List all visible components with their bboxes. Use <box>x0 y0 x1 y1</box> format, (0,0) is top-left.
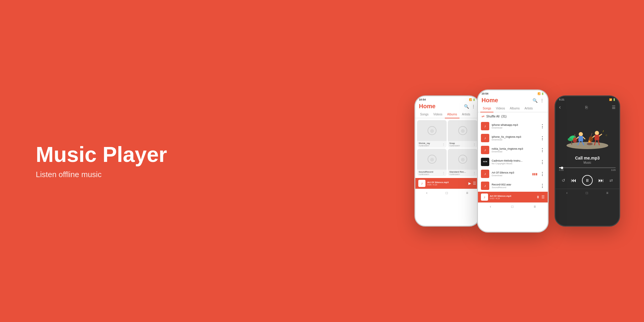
album-info-2: Snap <unknown> ⋮ <box>448 141 477 148</box>
album-thumb-icon-1: ◎ <box>428 126 436 135</box>
song-more-3[interactable]: ⋮ <box>540 147 545 153</box>
playlist-btn-2[interactable]: ☰ <box>541 195 545 199</box>
song-more-6[interactable]: ⋮ <box>540 183 545 189</box>
playlist-btn-1[interactable]: ☰ <box>473 181 476 185</box>
song-more-5[interactable]: ⋮ <box>540 171 545 177</box>
album-thumb-1: ◎ <box>417 120 447 141</box>
more-icon-1[interactable]: ⋮ <box>471 104 476 109</box>
song-more-1[interactable]: ⋮ <box>540 123 545 129</box>
svg-point-0 <box>566 142 608 149</box>
tab-songs-1[interactable]: Songs <box>418 111 431 118</box>
menu-btn-1[interactable]: ≡ <box>466 191 468 195</box>
song-more-2[interactable]: ⋮ <box>540 135 545 141</box>
album-more-3[interactable]: ⋮ <box>442 171 445 175</box>
status-icons-2: 📶 🔋 <box>538 92 544 95</box>
album-more-2[interactable]: ⋮ <box>473 143 476 146</box>
song-more-4[interactable]: ⋮ <box>540 159 545 165</box>
mini-player-controls-1: ▶ ☰ <box>468 181 476 185</box>
album-grid: ◎ Shrink_ray <unknown> ⋮ ◎ Snap <box>415 118 479 178</box>
song-item-4[interactable]: NCM Cadmium-Melody-Instru... No Copyrigh… <box>478 156 548 168</box>
song-title-4: Cadmium-Melody-Instru... <box>492 159 538 162</box>
song-info-3: nokia_lumia_ringtone.mp3 Download <box>492 147 538 153</box>
album-info-3: SoundRecord <unknown> ⋮ <box>417 170 447 176</box>
tab-videos-1[interactable]: Videos <box>431 111 445 118</box>
tab-albums-1[interactable]: Albums <box>445 111 459 118</box>
next-btn[interactable]: ⏭ <box>598 177 604 184</box>
svg-point-10 <box>573 137 577 143</box>
player-down-icon[interactable]: ‹ <box>559 104 561 110</box>
mini-player-controls-2: ⏸ ☰ <box>536 195 545 199</box>
shuffle-btn[interactable]: ⇄ <box>609 178 613 183</box>
svg-text:♪: ♪ <box>602 129 604 133</box>
time-current: 0:05 <box>559 169 564 171</box>
hero-section: Music Player Listen offline music <box>36 143 167 179</box>
album-item-2[interactable]: ◎ Snap <unknown> ⋮ <box>448 120 477 148</box>
song-icon-3: ♪ <box>481 146 489 154</box>
tab-artists-2[interactable]: Artists <box>522 105 535 112</box>
menu-btn-2[interactable]: ≡ <box>534 205 536 209</box>
mini-player-info-2: Art Of Silence.mp3 0:02 / 4:15 <box>490 195 534 199</box>
home-btn-1[interactable]: □ <box>446 191 448 195</box>
progress-track <box>559 167 616 168</box>
album-sub-3: <unknown> <box>419 173 433 175</box>
svg-text:♫: ♫ <box>605 134 607 137</box>
album-more-4[interactable]: ⋮ <box>473 171 476 175</box>
song-item-5[interactable]: ♪ Art Of Silence.mp3 Download ▮▮▮ ⋮ <box>478 168 548 180</box>
bottom-nav-1: ‹ □ ≡ <box>415 189 479 197</box>
menu-btn-3[interactable]: ≡ <box>606 191 608 195</box>
song-icon-1: ♪ <box>481 122 489 130</box>
player-art: ♪ ♫ <box>555 113 619 154</box>
album-item-4[interactable]: ◎ Standard Rec... <unknown> ⋮ <box>448 149 477 176</box>
phone-player: 5:21 📶 🔋 ‹ ⎘ ☰ <box>555 95 620 227</box>
album-more-1[interactable]: ⋮ <box>442 143 445 146</box>
repeat-btn[interactable]: ↺ <box>562 178 565 183</box>
prev-btn[interactable]: ⏮ <box>571 177 576 184</box>
album-item-3[interactable]: ◎ SoundRecord <unknown> ⋮ <box>417 149 447 176</box>
player-playlist-icon[interactable]: ☰ <box>612 105 616 110</box>
search-icon-1[interactable]: 🔍 <box>464 104 469 109</box>
home-btn-2[interactable]: □ <box>511 205 513 209</box>
album-thumb-icon-2: ◎ <box>458 126 467 135</box>
shuffle-bar[interactable]: ⇌ Shuffle All (31) <box>478 112 548 120</box>
song-item-2[interactable]: ♪ iphone_5s_ringtone.mp3 Download ⋮ <box>478 132 548 144</box>
tab-albums-2[interactable]: Albums <box>507 105 522 112</box>
song-title-5: Art Of Silence.mp3 <box>492 171 530 174</box>
tab-videos-2[interactable]: Videos <box>493 105 507 112</box>
song-item-3[interactable]: ♪ nokia_lumia_ringtone.mp3 Download ⋮ <box>478 144 548 156</box>
player-share-icon[interactable]: ⎘ <box>585 105 588 110</box>
progress-fill <box>559 167 561 168</box>
mini-player-title-1: Art Of Silence.mp3 <box>427 181 467 184</box>
tab-artists-1[interactable]: Artists <box>459 111 473 118</box>
mini-player-icon-2: ♪ <box>481 193 488 201</box>
back-btn-3[interactable]: ‹ <box>566 191 568 195</box>
shuffle-count: (31) <box>501 115 507 118</box>
album-sub-2: <unknown> <box>449 145 460 147</box>
play-btn-1[interactable]: ▶ <box>468 181 471 185</box>
mini-player-1[interactable]: ♪ Art Of Silence.mp3 0:05 / 4:15 ▶ ☰ <box>415 178 479 189</box>
album-thumb-2: ◎ <box>448 120 477 141</box>
header-icons-1: 🔍 ⋮ <box>464 104 476 109</box>
song-artist-2: Download <box>492 138 538 141</box>
album-item-1[interactable]: ◎ Shrink_ray <unknown> ⋮ <box>417 120 447 148</box>
song-info-4: Cadmium-Melody-Instru... No Copyright Mu… <box>492 159 538 165</box>
more-icon-2[interactable]: ⋮ <box>540 98 544 103</box>
progress-bar[interactable]: 0:05 3:05 <box>555 165 619 173</box>
tabs-1: Songs Videos Albums Artists <box>415 111 479 118</box>
song-icon-6: ♪ <box>481 182 489 190</box>
mini-player-2[interactable]: ♪ Art Of Silence.mp3 0:02 / 4:15 ⏸ ☰ <box>478 192 548 202</box>
back-btn-2[interactable]: ‹ <box>490 205 491 209</box>
song-item-1[interactable]: ♪ Iphone whatsapp.mp3 Download ⋮ <box>478 120 548 132</box>
album-name-1: Shrink_ray <box>419 142 430 145</box>
svg-line-7 <box>583 137 585 139</box>
song-item-6[interactable]: ♪ Record-002.wav SoundRecord ⋮ <box>478 180 548 192</box>
phone-albums: 10:54 📶 🔋 Home 🔍 ⋮ Songs Videos Albums A… <box>414 95 480 227</box>
pause-btn[interactable]: ⏸ <box>582 175 593 186</box>
home-btn-3[interactable]: □ <box>586 191 588 195</box>
pause-btn-2[interactable]: ⏸ <box>536 195 540 199</box>
svg-rect-17 <box>595 135 599 140</box>
svg-point-12 <box>587 143 593 145</box>
back-btn-1[interactable]: ‹ <box>426 191 428 195</box>
tab-songs-2[interactable]: Songs <box>480 105 493 112</box>
progress-times: 0:05 3:05 <box>559 169 616 171</box>
search-icon-2[interactable]: 🔍 <box>532 98 538 103</box>
